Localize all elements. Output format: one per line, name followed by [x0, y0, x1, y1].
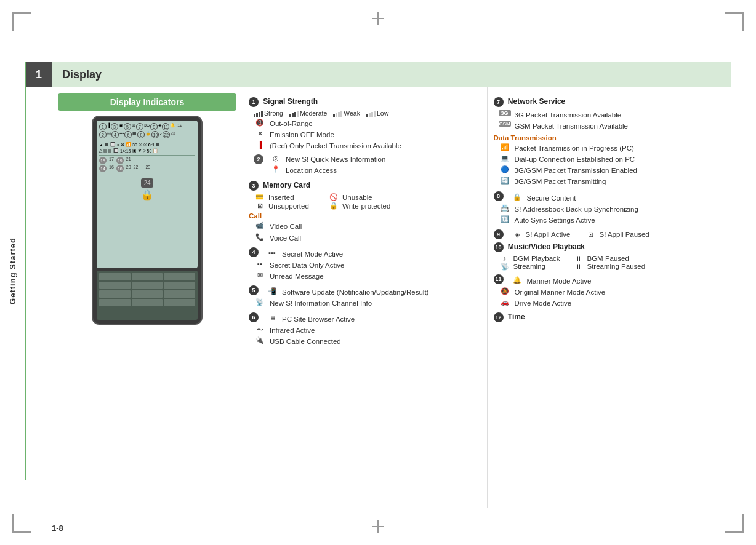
phone-keypad [97, 271, 198, 320]
3g-text: 3G Packet Transmission Available [515, 110, 726, 120]
mc-inserted: 💳 Inserted [254, 193, 328, 201]
unread-msg-row: ✉ Unread Message [249, 271, 481, 282]
unread-msg-icon: ✉ [254, 271, 266, 279]
infrared-row: 〜 Infrared Active [249, 325, 481, 336]
video-call-text: Video Call [270, 221, 481, 231]
gsm-row: GSM GSM Packet Transmission Available [494, 121, 726, 132]
dt2-icon: 💻 [499, 154, 511, 162]
bgm-play-icon: ♪ [499, 255, 511, 262]
pc-browser-row: 🖥 PC Site Browser Active [249, 314, 481, 325]
mc-row-2: ⊠ Unsupported 🔒 Write-protected [249, 202, 481, 210]
key-8 [132, 290, 163, 298]
signal-strong-label: Strong [264, 109, 283, 117]
mc-wp-text: Write-protected [342, 202, 390, 210]
signal-low: Low [366, 109, 388, 117]
far-panel: 7 Network Service 3G 3G Packet Transmiss… [488, 87, 732, 508]
unread-msg-text: Unread Message [270, 271, 481, 281]
addressbook-icon: 📇 [499, 204, 511, 212]
num-9: 9 [150, 123, 158, 130]
streaming-pause-text: Streaming Paused [587, 263, 646, 270]
dt4-row: 🔄 3G/GSM Packet Transmitting [494, 176, 726, 187]
section-num-1: 1 [249, 97, 259, 107]
3g-icon: 3G [499, 110, 511, 116]
main-content: Display Indicators 1 ▐ 3 ▣ 5 ⊞ 7 3G 9 [52, 87, 731, 508]
bgm-pause-icon: ⏸ [573, 255, 585, 262]
info-channel-icon: 📡 [254, 298, 266, 306]
mc-write-protected: 🔒 Write-protected [328, 202, 390, 210]
section-num-9: 9 [494, 229, 504, 239]
signal-weak-bars [333, 111, 342, 117]
signal-section-title: 1 Signal Strength [249, 97, 481, 107]
sidebar-label: Getting Started [8, 237, 17, 304]
appli-paused-icon: ⊡ [585, 231, 597, 239]
drive-mode-icon: 🚗 [499, 298, 511, 306]
streaming-active: 📡 Streaming [499, 263, 573, 271]
icon-secure: 🔒 [145, 131, 151, 138]
left-panel: Display Indicators 1 ▐ 3 ▣ 5 ⊞ 7 3G 9 [52, 87, 243, 508]
section-num-10: 10 [494, 242, 504, 252]
call-section-title: Call [249, 212, 481, 220]
dt3-row: 🔵 3G/GSM Packet Transmission Enabled [494, 165, 726, 176]
memory-title-text: Memory Card [263, 181, 310, 190]
mid-panel: 1 Signal Strength Strong [243, 87, 488, 508]
signal-weak-label: Weak [344, 109, 360, 117]
dt1-text: Packet Transmission in Progress (PC) [515, 143, 726, 153]
news-icon: ◎ [270, 154, 282, 162]
memory-section-title: 3 Memory Card [249, 181, 481, 191]
key-2 [132, 273, 163, 280]
key-5 [132, 282, 163, 289]
secret-data-icon: ▪▪ [254, 260, 266, 268]
sw-update-icon: 📲 [266, 287, 278, 295]
num-22: 22 [163, 131, 170, 138]
secret-data-text: Secret Data Only Active [270, 260, 481, 270]
addressbook-text: S! Addressbook Back-up Synchronizing [515, 204, 726, 214]
manner-mode-icon: 🔔 [511, 276, 523, 284]
mc-inserted-icon: 💳 [254, 193, 266, 201]
original-manner-icon: 🔕 [499, 287, 511, 295]
section-header: Display [52, 62, 731, 87]
section-num-11: 11 [494, 274, 504, 284]
dt3-text: 3G/GSM Packet Transmission Enabled [515, 165, 726, 175]
key-row-3 [99, 290, 195, 298]
network-section-title: 7 Network Service [494, 97, 726, 107]
location-row: 📍 Location Access [249, 165, 481, 176]
streaming-text: Streaming [513, 263, 545, 270]
manner-mode-text: Manner Mode Active [527, 276, 726, 286]
signal-moderate-bars [289, 111, 299, 117]
news-text: New S! Quick News Information [286, 154, 481, 164]
status-row-1: 1 ▐ 3 ▣ 5 ⊞ 7 3G 9 ◈ 11 🔔 12 [99, 123, 195, 130]
bgm-row: ♪ BGM Playback ⏸ BGM Paused [494, 255, 726, 262]
mc-row-1: 💳 Inserted 🚫 Unusable [249, 193, 481, 201]
addressbook-row: 📇 S! Addressbook Back-up Synchronizing [494, 204, 726, 215]
original-manner-row: 🔕 Original Manner Mode Active [494, 287, 726, 298]
signal-strength-items: Strong Moderate [249, 109, 481, 117]
streaming-paused: ⏸ Streaming Paused [573, 263, 646, 270]
icon-mc: ▣ [119, 123, 123, 130]
dt1-row: 📶 Packet Transmission in Progress (PC) [494, 143, 726, 154]
dt3-icon: 🔵 [499, 165, 511, 173]
corner-mark-tl [12, 12, 31, 31]
gsm-icon: GSM [499, 121, 511, 127]
secure-content-text: Secure Content [527, 193, 726, 203]
mc-unusable-text: Unusable [342, 194, 372, 201]
gsm-text: GSM Packet Transmission Available [515, 121, 726, 131]
chapter-number: 1 [26, 62, 52, 87]
dt4-text: 3G/GSM Packet Transmitting [515, 177, 726, 186]
signal-moderate: Moderate [289, 109, 327, 117]
key-3 [164, 273, 195, 280]
icon-music: ♪ [159, 131, 162, 138]
section-num-5: 5 [249, 285, 259, 295]
pc-browser-text: PC Site Browser Active [282, 314, 481, 324]
appli-paused-text: S! Appli Paused [600, 231, 649, 238]
bgm-play: ♪ BGM Playback [499, 255, 573, 262]
infrared-text: Infrared Active [270, 325, 481, 335]
corner-mark-bl [12, 514, 31, 533]
streaming-pause-icon: ⏸ [573, 263, 585, 270]
appli-active: ◈ S! Appli Active [511, 231, 585, 239]
emission-off-icon: ✕ [254, 130, 266, 138]
key-row-4 [99, 299, 195, 306]
dt4-icon: 🔄 [499, 177, 511, 185]
secret-mode-text: Secret Mode Active [282, 249, 481, 259]
emission-off-text: Emission OFF Mode [270, 130, 481, 140]
icon-news: ◎ [107, 131, 111, 138]
